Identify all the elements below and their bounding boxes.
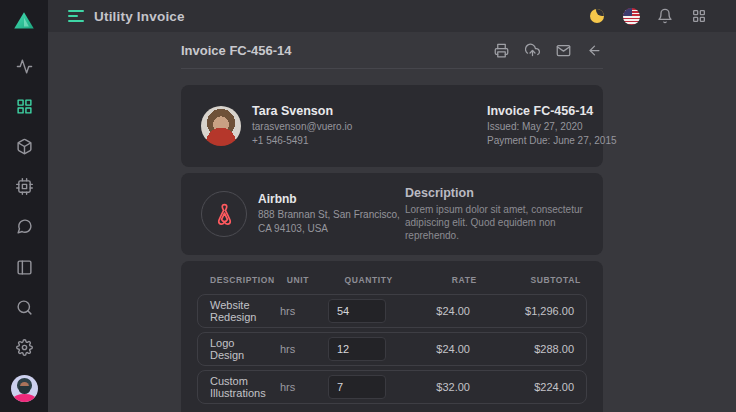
cpu-icon[interactable] xyxy=(12,174,36,198)
arrow-left-icon[interactable] xyxy=(587,43,603,59)
line-items-card: DESCRIPTION UNIT QUANTITY RATE SUBTOTAL … xyxy=(181,261,603,412)
app-window: Utility Invoice Invoice FC-456-14 xyxy=(0,0,736,412)
table-row: Logo Design hrs $24.00 $288.00 xyxy=(197,332,587,366)
cloud-upload-icon[interactable] xyxy=(525,43,541,59)
item-subtotal: $288.00 xyxy=(482,343,574,355)
customer-phone: +1 546-5491 xyxy=(252,134,352,148)
item-rate: $24.00 xyxy=(398,305,470,317)
customer-email: tarasvenson@vuero.io xyxy=(252,120,352,134)
printer-icon[interactable] xyxy=(494,43,510,59)
item-subtotal: $224.00 xyxy=(482,381,574,393)
message-circle-icon[interactable] xyxy=(12,214,36,238)
quantity-input[interactable] xyxy=(328,299,386,323)
logo-triangle-icon xyxy=(11,8,37,34)
customer-name: Tara Svenson xyxy=(252,104,352,118)
company-name: Airbnb xyxy=(258,192,400,206)
quantity-input[interactable] xyxy=(328,375,386,399)
airbnb-logo-icon xyxy=(201,191,247,237)
table-header-row: DESCRIPTION UNIT QUANTITY RATE SUBTOTAL xyxy=(197,275,587,285)
company-card: Airbnb 888 Brannan St, San Francisco, CA… xyxy=(181,173,603,255)
mail-icon[interactable] xyxy=(556,43,572,59)
top-navbar: Utility Invoice xyxy=(48,0,736,32)
navbar-actions xyxy=(588,7,708,25)
invoice-number: Invoice FC-456-14 xyxy=(487,104,583,118)
main-area: Utility Invoice Invoice FC-456-14 xyxy=(48,0,736,412)
invoice-header-card: Tara Svenson tarasvenson@vuero.io +1 546… xyxy=(181,85,603,167)
layout-sidebar-icon[interactable] xyxy=(12,255,36,279)
item-unit: hrs xyxy=(280,305,316,317)
item-description: Website Redesign xyxy=(210,299,268,323)
activity-icon[interactable] xyxy=(12,54,36,78)
invoice-issued-date: Issued: May 27, 2020 xyxy=(487,120,583,134)
table-row: Custom Illustrations hrs $32.00 $224.00 xyxy=(197,370,587,404)
table-row: Website Redesign hrs $24.00 $1,296.00 xyxy=(197,294,587,328)
icon-sidebar xyxy=(0,0,48,412)
item-unit: hrs xyxy=(280,381,316,393)
user-avatar[interactable] xyxy=(11,375,38,402)
description-text: Lorem ipsum dolor sit amet, consectetur … xyxy=(405,203,583,242)
invoice-page-header: Invoice FC-456-14 xyxy=(181,39,603,69)
box-icon[interactable] xyxy=(12,134,36,158)
item-subtotal: $1,296.00 xyxy=(482,305,574,317)
grid-icon[interactable] xyxy=(12,94,36,118)
page-title: Utility Invoice xyxy=(94,9,185,24)
col-header-subtotal: SUBTOTAL xyxy=(489,275,581,285)
col-header-quantity: QUANTITY xyxy=(335,275,393,285)
col-header-description: DESCRIPTION xyxy=(210,275,275,285)
search-icon[interactable] xyxy=(12,295,36,319)
menu-toggle-icon[interactable] xyxy=(68,10,84,22)
customer-photo-avatar xyxy=(201,106,241,146)
invoice-title: Invoice FC-456-14 xyxy=(181,43,292,58)
item-rate: $32.00 xyxy=(398,381,470,393)
us-flag-icon[interactable] xyxy=(622,7,640,25)
gear-icon[interactable] xyxy=(12,335,36,359)
invoice-due-date: Payment Due: June 27, 2015 xyxy=(487,134,583,148)
company-address-line2: CA 94103, USA xyxy=(258,222,400,236)
bell-icon[interactable] xyxy=(656,7,674,25)
quantity-input[interactable] xyxy=(328,337,386,361)
item-description: Custom Illustrations xyxy=(210,375,268,399)
item-description: Logo Design xyxy=(210,337,268,361)
item-rate: $24.00 xyxy=(398,343,470,355)
col-header-unit: UNIT xyxy=(287,275,323,285)
invoice-actions xyxy=(494,43,603,59)
description-heading: Description xyxy=(405,186,583,200)
company-address-line1: 888 Brannan St, San Francisco, xyxy=(258,208,400,222)
sidebar-nav xyxy=(12,46,36,246)
item-unit: hrs xyxy=(280,343,316,355)
col-header-rate: RATE xyxy=(405,275,477,285)
apps-grid-icon[interactable] xyxy=(690,7,708,25)
app-logo[interactable] xyxy=(9,6,39,36)
content-area: Invoice FC-456-14 xyxy=(48,32,736,412)
moon-icon[interactable] xyxy=(588,7,606,25)
